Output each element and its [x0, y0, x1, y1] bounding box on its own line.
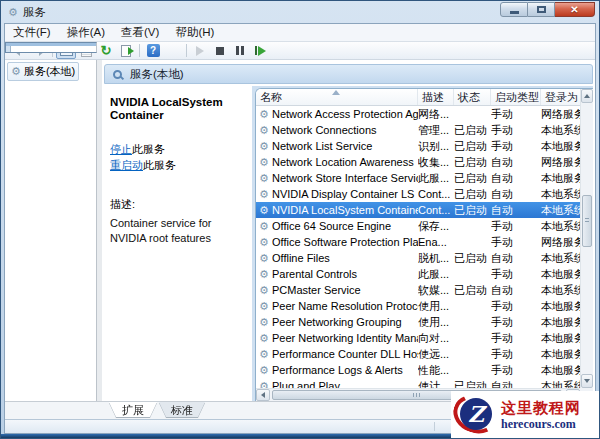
- table-row[interactable]: ⚙Peer Name Resolution Protocol使用...手动本地服…: [256, 298, 580, 314]
- service-status: 已启动: [454, 283, 491, 298]
- table-row-selected[interactable]: ⚙NVIDIA LocalSystem ContainerCont...已启动自…: [256, 202, 580, 218]
- menu-action[interactable]: 操作(A): [59, 23, 113, 42]
- service-startup: 手动: [491, 139, 541, 154]
- tree-item-label: 服务(本地): [24, 64, 75, 79]
- service-gear-icon: ⚙: [256, 173, 272, 184]
- table-row[interactable]: ⚙Office 64 Source Engine保存...手动本地系统: [256, 218, 580, 234]
- service-startup: 自动: [491, 251, 541, 266]
- service-logon: 本地服务: [541, 315, 580, 330]
- service-name: Plug and Play: [272, 380, 418, 388]
- restart-service-button[interactable]: [250, 42, 270, 59]
- menu-help[interactable]: 帮助(H): [167, 23, 222, 42]
- tree-item-services-local[interactable]: ⚙ 服务(本地): [7, 62, 79, 81]
- title-bar[interactable]: ⚙ 服务 ✕: [1, 1, 599, 23]
- services-app-icon: ⚙: [8, 7, 18, 18]
- help-button[interactable]: ?: [143, 42, 163, 59]
- table-row[interactable]: ⚙PCMaster Service软媒...已启动自动本地系统: [256, 282, 580, 298]
- table-row[interactable]: ⚙Peer Networking Identity Manager向对...手动…: [256, 330, 580, 346]
- service-name: Network List Service: [272, 140, 418, 152]
- menu-view[interactable]: 查看(V): [113, 23, 167, 42]
- menu-file[interactable]: 文件(F): [5, 23, 59, 42]
- start-service-icon: [196, 46, 204, 56]
- service-status: 已启动: [454, 187, 491, 202]
- description-label: 描述:: [110, 197, 244, 212]
- service-gear-icon: ⚙: [256, 221, 272, 232]
- vertical-scroll-thumb[interactable]: [582, 195, 592, 247]
- column-header-description[interactable]: 描述: [418, 89, 454, 105]
- table-row[interactable]: ⚙Peer Networking Grouping使用...手动本地服务: [256, 314, 580, 330]
- table-row[interactable]: ⚙Plug and Play使计...已启动自动本地系统: [256, 378, 580, 388]
- services-list-wrap: 名称 描述 状态 启动类型 登录为 ⚙Network Access Protec…: [252, 86, 593, 401]
- service-status: 已启动: [454, 379, 491, 389]
- service-name: Performance Counter DLL Host: [272, 348, 418, 360]
- table-row[interactable]: ⚙Performance Counter DLL Host使远...手动本地服务: [256, 346, 580, 362]
- restart-link-suffix: 此服务: [143, 159, 176, 171]
- table-row[interactable]: ⚙Office Software Protection Platfo...Ena…: [256, 234, 580, 250]
- window-title: 服务: [23, 5, 46, 20]
- column-header-name[interactable]: 名称: [256, 89, 418, 105]
- scroll-down-button[interactable]: [581, 374, 593, 388]
- table-row[interactable]: ⚙Network Location Awareness收集...已启动自动网络服…: [256, 154, 580, 170]
- service-name: Office 64 Source Engine: [272, 220, 418, 232]
- service-name: Peer Networking Identity Manager: [272, 332, 418, 344]
- table-row[interactable]: ⚙Offline Files脱机...已启动自动本地系统: [256, 250, 580, 266]
- magnifier-icon: [113, 70, 122, 79]
- description-text: Container service for NVIDIA root featur…: [110, 216, 246, 246]
- close-button[interactable]: ✕: [555, 2, 595, 17]
- table-row[interactable]: ⚙NVIDIA Display Container LSCont...已启动自动…: [256, 186, 580, 202]
- stop-service-button[interactable]: [210, 42, 230, 59]
- table-row[interactable]: ⚙Network List Service识别...已启动手动本地服务: [256, 138, 580, 154]
- show-console-tree-icon: [5, 42, 97, 53]
- service-logon: 本地服务: [541, 171, 580, 186]
- maximize-button[interactable]: [528, 2, 555, 17]
- watermark-letter: Z: [460, 398, 492, 430]
- table-row[interactable]: ⚙Parental Controls此服...手动本地服务: [256, 266, 580, 282]
- service-status: 已启动: [454, 171, 491, 186]
- restart-service-link-row: 重启动此服务: [110, 157, 244, 173]
- column-header-startup-type[interactable]: 启动类型: [491, 89, 541, 105]
- start-service-button[interactable]: [190, 42, 210, 59]
- service-startup: 自动: [491, 187, 541, 202]
- tab-extended[interactable]: 扩展: [109, 402, 157, 418]
- scroll-up-button[interactable]: [581, 89, 593, 103]
- service-name: Office Software Protection Platfo...: [272, 236, 418, 248]
- column-header-status[interactable]: 状态: [454, 89, 491, 105]
- show-console-tree-button[interactable]: [163, 42, 183, 59]
- export-list-button[interactable]: [116, 42, 136, 59]
- service-name: Network Store Interface Service: [272, 172, 418, 184]
- service-name: Network Location Awareness: [272, 156, 418, 168]
- service-gear-icon: ⚙: [256, 349, 272, 360]
- toolbar: ↻ ?: [5, 42, 595, 60]
- table-row[interactable]: ⚙Network Store Interface Service此服...已启动…: [256, 170, 580, 186]
- service-startup: 手动: [491, 219, 541, 234]
- restart-service-link[interactable]: 重启动: [110, 159, 143, 171]
- table-row[interactable]: ⚙Network Connections管理...已启动手动本地系统: [256, 122, 580, 138]
- tab-standard[interactable]: 标准: [159, 402, 205, 418]
- service-name: Parental Controls: [272, 268, 418, 280]
- minimize-button[interactable]: [500, 2, 528, 17]
- service-desc: 使用...: [418, 299, 454, 314]
- service-name: Peer Name Resolution Protocol: [272, 300, 418, 312]
- pause-service-button[interactable]: [230, 42, 250, 59]
- vertical-scrollbar[interactable]: [580, 89, 593, 388]
- service-logon: 本地系统: [541, 251, 580, 266]
- service-desc: 使用...: [418, 315, 454, 330]
- scroll-left-button[interactable]: [256, 389, 270, 401]
- service-desc: 管理...: [418, 123, 454, 138]
- service-logon: 本地系统: [541, 379, 580, 389]
- service-name: Offline Files: [272, 252, 418, 264]
- table-row[interactable]: ⚙Network Access Protection Agent网络...手动网…: [256, 106, 580, 122]
- service-desc: 此服...: [418, 267, 454, 282]
- service-logon: 本地系统: [541, 187, 580, 202]
- refresh-button[interactable]: ↻: [96, 42, 116, 59]
- service-name: Network Connections: [272, 124, 418, 136]
- table-row[interactable]: ⚙Performance Logs & Alerts性能...手动本地服务: [256, 362, 580, 378]
- service-gear-icon: ⚙: [256, 205, 272, 216]
- service-desc: 识别...: [418, 139, 454, 154]
- service-logon: 网络服务: [541, 107, 580, 122]
- service-desc: Cont...: [418, 188, 454, 200]
- service-gear-icon: ⚙: [256, 301, 272, 312]
- service-desc: Ena...: [418, 236, 454, 248]
- stop-service-link[interactable]: 停止: [110, 143, 132, 155]
- service-status: 已启动: [454, 203, 491, 218]
